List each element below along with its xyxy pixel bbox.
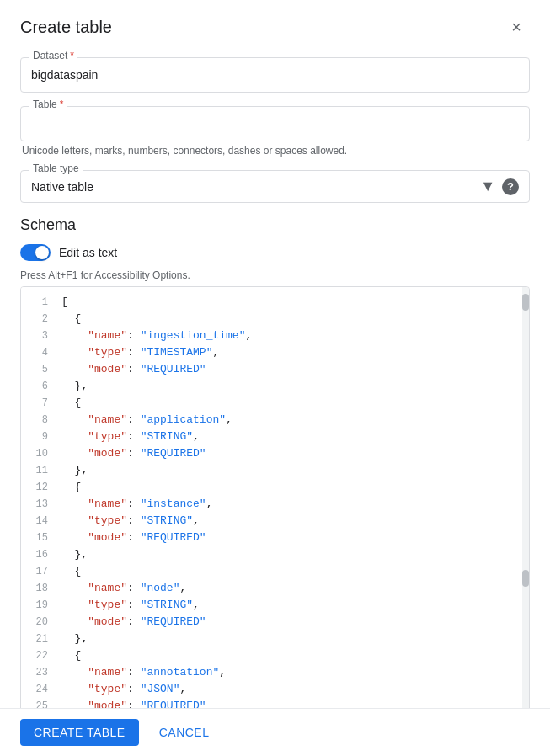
dataset-label: Dataset * xyxy=(29,51,77,61)
accessibility-hint: Press Alt+F1 for Accessibility Options. xyxy=(20,269,530,281)
dialog-content: Dataset * Table * Unicode letters, marks… xyxy=(0,51,550,708)
table-input[interactable] xyxy=(31,114,519,134)
dataset-field-group: Dataset * xyxy=(20,57,530,93)
dialog-title: Create table xyxy=(20,18,112,37)
scrollbar-track[interactable] xyxy=(522,287,529,708)
table-field-container: Table * xyxy=(20,106,530,141)
dialog-footer: CREATE TABLE CANCEL xyxy=(0,708,550,756)
schema-section: Schema Edit as text Press Alt+F1 for Acc… xyxy=(20,216,530,708)
schema-title: Schema xyxy=(20,216,530,234)
help-icon[interactable]: ? xyxy=(502,178,519,195)
table-hint: Unicode letters, marks, numbers, connect… xyxy=(20,145,530,157)
table-required-marker: * xyxy=(60,98,64,110)
dataset-field-container: Dataset * xyxy=(20,57,530,93)
dropdown-arrow-icon[interactable]: ▼ xyxy=(480,178,495,195)
create-table-dialog: Create table × Dataset * Table * xyxy=(0,0,550,756)
code-editor[interactable]: 1 2 3 4 5 6 7 8 9 10 11 12 13 14 15 16 1 xyxy=(20,286,530,708)
code-content: [ { "name": "ingestion_time", "type": "T… xyxy=(55,287,529,708)
edit-toggle-row: Edit as text xyxy=(20,244,530,261)
table-type-value: Native table xyxy=(31,180,480,194)
table-type-container: Table type Native table ▼ ? xyxy=(20,170,530,203)
table-field-group: Table * Unicode letters, marks, numbers,… xyxy=(20,106,530,157)
table-type-actions: ▼ ? xyxy=(480,178,519,195)
toggle-thumb xyxy=(35,246,49,259)
dataset-input[interactable] xyxy=(31,65,519,85)
scrollbar-thumb-bottom[interactable] xyxy=(522,570,529,587)
dataset-required-marker: * xyxy=(70,51,74,61)
line-numbers: 1 2 3 4 5 6 7 8 9 10 11 12 13 14 15 16 1 xyxy=(21,287,55,708)
toggle-label: Edit as text xyxy=(59,246,117,259)
cancel-button[interactable]: CANCEL xyxy=(146,719,223,746)
table-type-label: Table type xyxy=(29,162,83,174)
edit-as-text-toggle[interactable] xyxy=(20,244,51,261)
scrollbar-thumb-top[interactable] xyxy=(522,294,529,311)
close-button[interactable]: × xyxy=(503,13,530,40)
dialog-header: Create table × xyxy=(0,0,550,51)
table-type-field-group: Table type Native table ▼ ? xyxy=(20,170,530,203)
create-table-button[interactable]: CREATE TABLE xyxy=(20,719,139,746)
table-label: Table * xyxy=(29,98,67,110)
